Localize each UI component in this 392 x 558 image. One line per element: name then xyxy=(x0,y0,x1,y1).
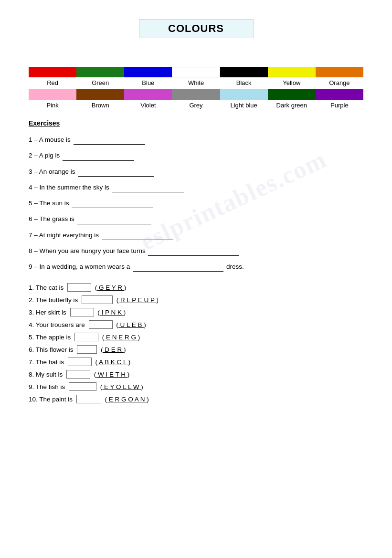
colour-item-brown: Brown xyxy=(76,89,124,110)
swatch-violet xyxy=(124,89,172,100)
exercise-5: 5 – The sun is xyxy=(29,198,363,208)
part2-close-2: ) xyxy=(157,296,159,304)
label-darkgreen: Dark green xyxy=(268,101,316,110)
label-blue: Blue xyxy=(124,78,172,87)
part2-line-9: 9. The fish is ( E Y O L L W ) xyxy=(29,382,363,391)
colour-row-2: Pink Brown Violet Grey Light blue xyxy=(29,89,363,110)
part2-prefix-3: 3. Her skirt is xyxy=(29,309,68,316)
part2-paren-6: ( xyxy=(99,346,103,353)
part2-close-5: ) xyxy=(138,334,140,341)
part2-box-1[interactable] xyxy=(67,283,91,292)
swatch-orange xyxy=(316,67,363,77)
part2-box-7[interactable] xyxy=(68,358,92,366)
colour-row-1: Red Green Blue White Black xyxy=(29,67,363,87)
part2-box-4[interactable] xyxy=(89,320,113,329)
part2-anagram-6: D E R xyxy=(103,346,124,353)
part2-paren-1: ( xyxy=(93,284,97,291)
colour-item-blue: Blue xyxy=(124,67,172,87)
part2-box-3[interactable] xyxy=(70,308,94,316)
page-title-box: COLOURS xyxy=(139,19,254,38)
exercise-1: 1 – A mouse is xyxy=(29,135,363,145)
part2-anagram-3: I P N K xyxy=(100,309,124,316)
blank-1[interactable] xyxy=(74,135,145,145)
part2-line-3: 3. Her skirt is ( I P N K ) xyxy=(29,308,363,316)
label-white: White xyxy=(172,78,220,87)
part2-prefix-7: 7. The hat is xyxy=(29,358,66,366)
part2-line-1: 1. The cat is ( G E Y R ) xyxy=(29,283,363,292)
swatch-white xyxy=(172,67,220,77)
exercise-4: 4 – In the summer the sky is xyxy=(29,182,363,192)
label-grey: Grey xyxy=(172,101,220,110)
part2-prefix-6: 6. This flower is xyxy=(29,346,75,353)
colour-item-violet: Violet xyxy=(124,89,172,110)
part2-paren-9: ( xyxy=(98,383,102,390)
label-black: Black xyxy=(220,78,268,87)
page-title: COLOURS xyxy=(168,22,224,35)
part2-box-9[interactable] xyxy=(69,382,96,391)
part2-line-6: 6. This flower is ( D E R ) xyxy=(29,345,363,354)
part2-close-10: ) xyxy=(147,396,149,403)
label-green: Green xyxy=(76,78,124,87)
label-red: Red xyxy=(29,78,76,87)
exercise-7: 7 – At night everything is xyxy=(29,230,363,240)
part2-prefix-8: 8. My suit is xyxy=(29,371,64,378)
blank-7[interactable] xyxy=(102,230,173,240)
part2-box-6[interactable] xyxy=(77,345,97,354)
part2-prefix-4: 4. Your trousers are xyxy=(29,321,87,328)
part2-box-2[interactable] xyxy=(82,295,113,304)
exercise-2: 2 – A pig is xyxy=(29,150,363,160)
part2-close-9: ) xyxy=(141,383,143,390)
colour-item-white: White xyxy=(172,67,220,87)
part2-close-8: ) xyxy=(127,371,130,378)
part2-anagram-5: E N E R G xyxy=(104,334,138,341)
label-purple: Purple xyxy=(316,101,363,110)
colour-item-black: Black xyxy=(220,67,268,87)
exercise-3: 3 – An orange is xyxy=(29,167,363,177)
blank-8[interactable] xyxy=(148,246,239,256)
swatch-lightblue xyxy=(220,89,268,100)
part2-prefix-1: 1. The cat is xyxy=(29,284,65,291)
blank-6[interactable] xyxy=(77,214,151,224)
label-orange: Orange xyxy=(316,78,363,87)
label-yellow: Yellow xyxy=(268,78,316,87)
swatch-blue xyxy=(124,67,172,77)
part2-close-1: ) xyxy=(124,284,127,291)
part2-anagram-10: E R G O A N xyxy=(107,396,147,403)
swatch-brown xyxy=(76,89,124,100)
part2-prefix-5: 5. The apple is xyxy=(29,334,73,341)
exercise-9: 9 – In a wedding, a women wears a dress. xyxy=(29,262,363,272)
part2-close-6: ) xyxy=(124,346,126,353)
part2-anagram-9: E Y O L L W xyxy=(102,383,141,390)
blank-9[interactable] xyxy=(133,262,223,272)
blank-3[interactable] xyxy=(78,167,154,177)
swatch-green xyxy=(76,67,124,77)
part2-box-10[interactable] xyxy=(76,395,101,403)
exercises-title: Exercises xyxy=(29,119,363,127)
swatch-black xyxy=(220,67,268,77)
colour-item-orange: Orange xyxy=(316,67,363,87)
label-brown: Brown xyxy=(76,101,124,110)
swatch-darkgreen xyxy=(268,89,316,100)
label-pink: Pink xyxy=(29,101,76,110)
swatch-yellow xyxy=(268,67,316,77)
colour-item-red: Red xyxy=(29,67,76,87)
part2-box-5[interactable] xyxy=(74,333,98,341)
colour-item-purple: Purple xyxy=(316,89,363,110)
part2-prefix-9: 9. The fish is xyxy=(29,383,67,390)
blank-4[interactable] xyxy=(112,182,184,192)
colour-item-grey: Grey xyxy=(172,89,220,110)
part2-box-8[interactable] xyxy=(66,370,90,379)
colour-item-lightblue: Light blue xyxy=(220,89,268,110)
part2-section: 1. The cat is ( G E Y R ) 2. The butterf… xyxy=(29,283,363,403)
part2-paren-3: ( xyxy=(96,309,100,316)
swatch-grey xyxy=(172,89,220,100)
part2-paren-10: ( xyxy=(103,396,107,403)
colour-grid: Red Green Blue White Black xyxy=(29,67,363,110)
part2-anagram-7: A B K C L xyxy=(97,358,128,366)
part2-paren-2: ( xyxy=(115,296,118,304)
label-violet: Violet xyxy=(124,101,172,110)
blank-2[interactable] xyxy=(63,150,134,160)
swatch-purple xyxy=(316,89,363,100)
part2-anagram-4: U L E B xyxy=(118,321,144,328)
blank-5[interactable] xyxy=(72,198,153,208)
